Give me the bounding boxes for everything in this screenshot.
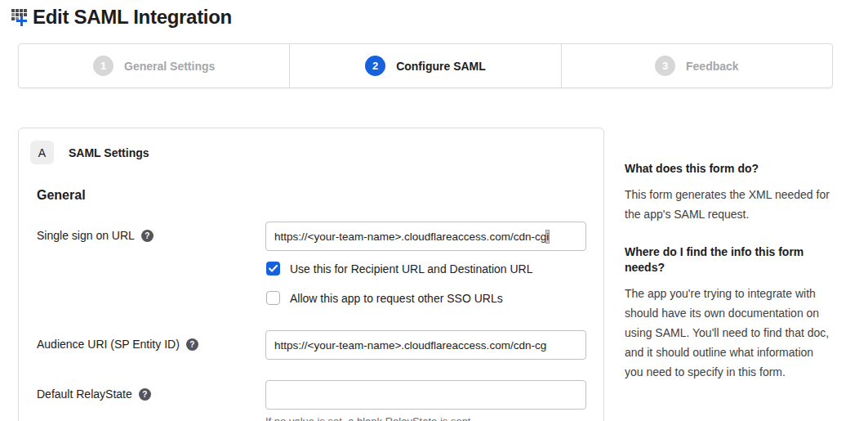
sidebar-paragraph-where: The app you're trying to integrate with …: [625, 284, 830, 382]
audience-uri-input[interactable]: [265, 330, 586, 360]
wizard-stepper: 1 General Settings 2 Configure SAML 3 Fe…: [18, 43, 833, 88]
single-sign-on-url-label: Single sign on URL: [37, 229, 135, 242]
relaystate-helper-text: If no value is set, a blank RelayState i…: [265, 415, 586, 421]
input-value-text: https://<your-team-name>.cloudflareacces…: [274, 231, 546, 243]
app-grid-plus-icon: [11, 7, 31, 27]
field-single-sign-on-url: Single sign on URL ? https://<your-team-…: [37, 222, 585, 305]
recipient-url-checkbox[interactable]: [266, 262, 280, 275]
single-sign-on-url-input[interactable]: https://<your-team-name>.cloudflareacces…: [265, 222, 586, 251]
sidebar-heading-where: Where do I find the info this form needs…: [625, 244, 830, 275]
page-title: Edit SAML Integration: [33, 6, 232, 29]
help-icon[interactable]: ?: [141, 230, 154, 242]
other-sso-checkbox[interactable]: [266, 291, 280, 305]
step-number-badge: 3: [655, 56, 675, 76]
step-number-badge: 1: [93, 56, 114, 76]
other-sso-checkbox-label: Allow this app to request other SSO URLs: [290, 292, 503, 305]
help-icon[interactable]: ?: [139, 388, 151, 401]
help-icon[interactable]: ?: [186, 338, 198, 351]
default-relaystate-label: Default RelayState: [37, 387, 132, 401]
step-number-badge: 2: [365, 56, 385, 76]
section-a-badge: A: [30, 141, 54, 164]
step-label: Configure SAML: [396, 60, 486, 73]
section-title: SAML Settings: [69, 146, 149, 159]
audience-uri-label: Audience URI (SP Entity ID): [37, 338, 180, 351]
edit-saml-integration-page: Edit SAML Integration 1 General Settings…: [0, 0, 868, 421]
step-feedback[interactable]: 3 Feedback: [561, 44, 832, 87]
general-group-heading: General: [37, 188, 585, 203]
page-header: Edit SAML Integration: [11, 6, 232, 29]
step-configure-saml[interactable]: 2 Configure SAML: [289, 44, 560, 87]
field-default-relaystate: Default RelayState ? If no value is set,…: [37, 380, 585, 421]
step-general-settings[interactable]: 1 General Settings: [19, 44, 289, 87]
checkmark-icon: [269, 265, 278, 272]
step-label: Feedback: [686, 60, 739, 73]
default-relaystate-input[interactable]: [265, 380, 586, 410]
input-selected-char: i: [546, 231, 549, 243]
help-sidebar: What does this form do? This form genera…: [625, 161, 830, 382]
sidebar-paragraph-what: This form generates the XML needed for t…: [625, 185, 830, 224]
recipient-url-checkbox-label: Use this for Recipient URL and Destinati…: [290, 262, 533, 275]
section-header: A SAML Settings: [30, 141, 585, 164]
recipient-url-checkbox-row: Use this for Recipient URL and Destinati…: [266, 262, 586, 275]
field-audience-uri: Audience URI (SP Entity ID) ?: [37, 330, 585, 360]
other-sso-checkbox-row: Allow this app to request other SSO URLs: [266, 291, 586, 305]
sidebar-heading-what: What does this form do?: [625, 161, 830, 177]
saml-settings-panel: A SAML Settings General Single sign on U…: [18, 128, 604, 421]
step-label: General Settings: [124, 60, 215, 73]
